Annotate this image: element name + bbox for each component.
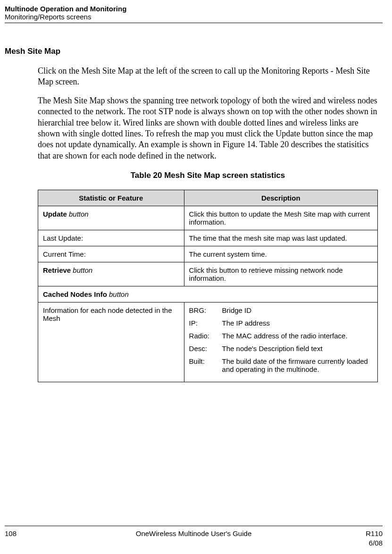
node-info-value: The IP address (222, 319, 373, 327)
header-divider (5, 23, 383, 23)
footer-right: R110 6/08 (335, 529, 383, 547)
page-header: Multinode Operation and Monitoring Monit… (5, 5, 383, 21)
table-row: Update button Click this button to updat… (38, 206, 378, 230)
node-info-value: The MAC address of the radio interface. (222, 332, 373, 340)
stat-label-bold: Retrieve (43, 266, 71, 274)
table-row-span: Cached Nodes Info button (38, 286, 378, 302)
table-header-statistic: Statistic or Feature (38, 190, 184, 206)
table-cell-description: The time that the mesh site map was last… (184, 230, 377, 246)
table-row: Retrieve button Click this button to ret… (38, 262, 378, 286)
footer-date: 6/08 (335, 538, 383, 548)
table-cell-description: The current system time. (184, 246, 377, 262)
footer-row: 108 OneWireless Multinode User's Guide R… (5, 529, 383, 547)
page-footer: 108 OneWireless Multinode User's Guide R… (5, 526, 383, 547)
table-cell-statistic: Retrieve button (38, 262, 184, 286)
stat-label-bold: Update (43, 210, 67, 218)
footer-doc-title: OneWireless Multinode User's Guide (52, 529, 335, 547)
table-cell-node-info: BRG: Bridge ID IP: The IP address Radio:… (184, 302, 377, 382)
header-title: Multinode Operation and Monitoring (5, 5, 383, 13)
footer-divider (5, 526, 383, 526)
stat-label-italic: button (71, 266, 92, 274)
table-cell-statistic: Information for each node detected in th… (38, 302, 184, 382)
node-info-key: Radio: (189, 332, 222, 340)
node-info-item: IP: The IP address (189, 319, 373, 327)
node-info-key: BRG: (189, 306, 222, 314)
table-row: Last Update: The time that the mesh site… (38, 230, 378, 246)
body-content: Click on the Mesh Site Map at the left o… (38, 66, 378, 382)
table-cell-description: Click this button to retrieve missing ne… (184, 262, 377, 286)
node-info-value: The build date of the firmware currently… (222, 357, 373, 373)
node-info-value: Bridge ID (222, 306, 373, 314)
table-row: Information for each node detected in th… (38, 302, 378, 382)
section-heading: Mesh Site Map (5, 47, 383, 56)
paragraph-intro: Click on the Mesh Site Map at the left o… (38, 66, 378, 88)
node-info-key: IP: (189, 319, 222, 327)
table-cell-statistic: Last Update: (38, 230, 184, 246)
table-cell-description: Click this button to update the Mesh Sit… (184, 206, 377, 230)
stat-label-italic: button (67, 210, 89, 218)
table-row: Current Time: The current system time. (38, 246, 378, 262)
table-caption: Table 20 Mesh Site Map screen statistics (38, 171, 378, 180)
stat-label-bold: Cached Nodes Info (43, 290, 107, 298)
node-info-item: BRG: Bridge ID (189, 306, 373, 314)
node-info-value: The node's Description field text (222, 344, 373, 353)
table-header-description: Description (184, 190, 377, 206)
table-header-row: Statistic or Feature Description (38, 190, 378, 206)
stats-table: Statistic or Feature Description Update … (38, 190, 378, 382)
paragraph-details: The Mesh Site Map shows the spanning tre… (38, 95, 378, 161)
table-cell-span-heading: Cached Nodes Info button (38, 286, 378, 302)
node-info-item: Desc: The node's Description field text (189, 344, 373, 353)
node-info-item: Built: The build date of the firmware cu… (189, 357, 373, 373)
table-cell-statistic: Current Time: (38, 246, 184, 262)
node-info-key: Built: (189, 357, 222, 373)
node-info-key: Desc: (189, 344, 222, 353)
footer-revision: R110 (335, 529, 383, 538)
footer-page-number: 108 (5, 529, 52, 547)
stat-label-italic: button (107, 290, 129, 298)
header-subtitle: Monitoring/Reports screens (5, 13, 383, 21)
table-cell-statistic: Update button (38, 206, 184, 230)
node-info-item: Radio: The MAC address of the radio inte… (189, 332, 373, 340)
